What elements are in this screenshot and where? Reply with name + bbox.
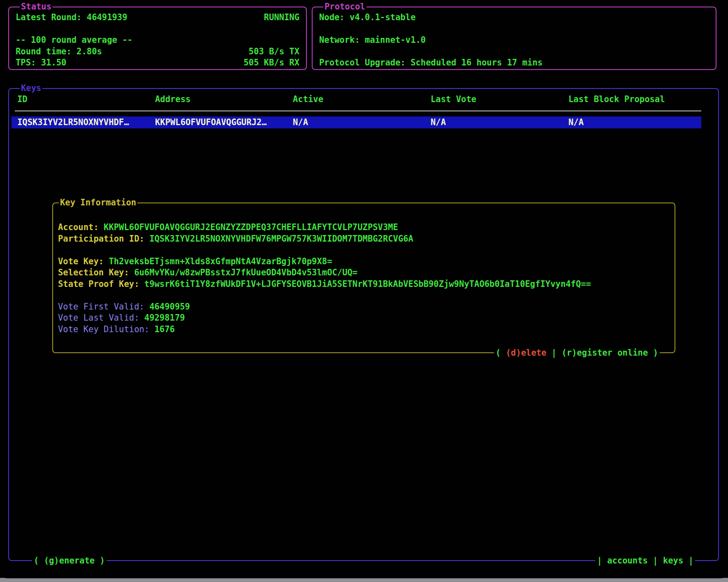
protocol-upgrade: Protocol Upgrade: Scheduled 16 hours 17 … (319, 57, 543, 69)
participation-id-line: Participation ID: IQSK3IYV2LR5NOXNYVHDFW… (58, 233, 675, 245)
state-proof-key-value: t9wsrK6tiT1Y8zfWUkDF1V+LJGFYSEOVB1JiA5SE… (144, 279, 591, 289)
network-value: mainnet-v1.0 (365, 35, 426, 45)
protocol-panel-title: Protocol (323, 1, 366, 13)
row-cell-id: IQSK3IYV2LR5NOXNYVHDF… (17, 117, 155, 128)
keys-table-header: ID Address Active Last Vote Last Block P… (9, 94, 718, 105)
account-label: Account: (58, 222, 99, 232)
desktop-background-strip (0, 578, 728, 582)
spacer (319, 46, 709, 58)
tps-value: 31.50 (41, 58, 67, 68)
state-proof-key-label: State Proof Key: (58, 279, 139, 289)
vote-first-valid-value: 46490959 (149, 302, 190, 312)
status-line-average-header: -- 100 round average -- (16, 35, 299, 46)
protocol-line-node: Node: v4.0.1-stable (319, 12, 709, 23)
rx-rate: 505 KB/s RX (243, 57, 299, 69)
row-cell-last-block-proposal: N/A (568, 117, 706, 128)
protocol-upgrade-value: Scheduled 16 hours 17 mins (410, 58, 543, 68)
key-actions: ( (d)elete | (r)egister online ) (494, 347, 660, 359)
key-information-panel: Key Information Account: KKPWL6OFVUFOAVQ… (52, 203, 675, 353)
selection-key-value: 6u6MvYKu/w8zwPBsstxJ7fkUueOD4VbD4v53lmOC… (134, 268, 357, 277)
column-header-active: Active (293, 94, 431, 105)
nav-tab-accounts[interactable]: accounts (607, 556, 648, 566)
selection-key-label: Selection Key: (58, 268, 129, 277)
column-header-id: ID (17, 94, 155, 105)
terminal-window: Status Latest Round: 46491939 RUNNING --… (0, 0, 728, 578)
keys-panel: Keys ID Address Active Last Vote Last Bl… (8, 88, 719, 561)
participation-id-value: IQSK3IYV2LR5NOXNYVHDFW76MPGW757K3WIIDOM7… (149, 234, 413, 244)
latest-round: Latest Round: 46491939 (16, 12, 128, 23)
nav-open-pipe: | (597, 556, 602, 566)
actions-close-paren: ) (653, 348, 658, 358)
spacer (16, 23, 299, 35)
status-line-round: Latest Round: 46491939 RUNNING (16, 12, 299, 23)
protocol-line-upgrade: Protocol Upgrade: Scheduled 16 hours 17 … (319, 57, 709, 69)
node-version-value: v4.0.1-stable (350, 12, 415, 22)
column-header-last-vote: Last Vote (431, 94, 568, 105)
latest-round-value: 46491939 (87, 12, 128, 22)
delete-action-button[interactable]: (d)elete (506, 348, 547, 358)
nav-close-pipe: | (689, 556, 693, 566)
nav-divider-pipe: | (653, 556, 658, 566)
spacer (58, 290, 675, 301)
nav-tab-keys[interactable]: keys (663, 556, 683, 566)
round-time-label: Round time: (16, 47, 72, 56)
vote-first-valid-label: Vote First Valid: (58, 302, 144, 312)
vote-last-valid-value: 49298179 (144, 313, 185, 323)
network: Network: mainnet-v1.0 (319, 35, 426, 46)
column-header-last-block-proposal: Last Block Proposal (568, 94, 706, 105)
vote-last-valid-label: Vote Last Valid: (58, 313, 139, 323)
generate-action-button[interactable]: ( (g)enerate ) (32, 555, 107, 567)
status-panel-title: Status (20, 1, 53, 13)
protocol-line-network: Network: mainnet-v1.0 (319, 35, 709, 46)
page-nav: | accounts | keys | (595, 555, 695, 567)
round-time: Round time: 2.80s (16, 46, 102, 58)
vote-last-valid-line: Vote Last Valid: 49298179 (58, 312, 675, 324)
protocol-upgrade-label: Protocol Upgrade: (319, 58, 406, 68)
state-proof-key-line: State Proof Key: t9wsrK6tiT1Y8zfWUkDF1V+… (58, 279, 675, 290)
row-cell-active: N/A (293, 117, 431, 128)
table-header-separator (9, 105, 718, 117)
protocol-panel: Protocol Node: v4.0.1-stable Network: ma… (312, 7, 716, 70)
column-header-address: Address (155, 94, 293, 105)
status-line-tps: TPS: 31.50 505 KB/s RX (16, 57, 299, 69)
vote-key-dilution-label: Vote Key Dilution: (58, 324, 149, 334)
status-line-round-time: Round time: 2.80s 503 B/s TX (16, 46, 299, 58)
selection-key-line: Selection Key: 6u6MvYKu/w8zwPBsstxJ7fkUu… (58, 267, 675, 279)
tx-rate: 503 B/s TX (249, 46, 299, 58)
vote-key-dilution-value: 1676 (155, 324, 175, 334)
keys-panel-title: Keys (20, 83, 42, 94)
account-line: Account: KKPWL6OFVUFOAVQGGURJ2EGNZYZZDPE… (58, 222, 675, 233)
vote-key-dilution-line: Vote Key Dilution: 1676 (58, 324, 675, 335)
vote-key-line: Vote Key: Th2veksbETjsmn+Xlds8xGfmpNtA4V… (58, 256, 675, 268)
vote-key-label: Vote Key: (58, 256, 104, 266)
vote-key-value: Th2veksbETjsmn+Xlds8xGfmpNtA4VzarBgjk70p… (109, 256, 332, 266)
actions-divider: | (552, 348, 556, 358)
register-online-action-button[interactable]: (r)egister online (561, 348, 648, 358)
separator-line (15, 110, 701, 112)
status-panel: Status Latest Round: 46491939 RUNNING --… (8, 7, 307, 70)
node-version-label: Node: (319, 12, 345, 22)
spacer (319, 23, 709, 35)
table-row[interactable]: IQSK3IYV2LR5NOXNYVHDF… KKPWL6OFVUFOAVQGG… (12, 116, 701, 128)
tps-label: TPS: (16, 58, 36, 68)
spacer (58, 244, 675, 256)
latest-round-label: Latest Round: (16, 12, 81, 22)
account-value: KKPWL6OFVUFOAVQGGURJ2EGNZYZZDPEQ37CHEFLL… (104, 222, 398, 232)
participation-id-label: Participation ID: (58, 234, 144, 244)
vote-first-valid-line: Vote First Valid: 46490959 (58, 301, 675, 313)
tps: TPS: 31.50 (16, 57, 66, 69)
row-cell-last-vote: N/A (431, 117, 568, 128)
network-label: Network: (319, 35, 360, 45)
actions-open-paren: ( (496, 348, 501, 358)
round-average-header: -- 100 round average -- (16, 35, 132, 46)
top-panels: Status Latest Round: 46491939 RUNNING --… (8, 7, 716, 70)
row-cell-address: KKPWL6OFVUFOAVQGGURJ2… (155, 117, 293, 128)
round-time-value: 2.80s (77, 47, 102, 56)
node-state-badge: RUNNING (264, 12, 299, 23)
key-information-title: Key Information (59, 197, 137, 209)
node-version: Node: v4.0.1-stable (319, 12, 416, 23)
